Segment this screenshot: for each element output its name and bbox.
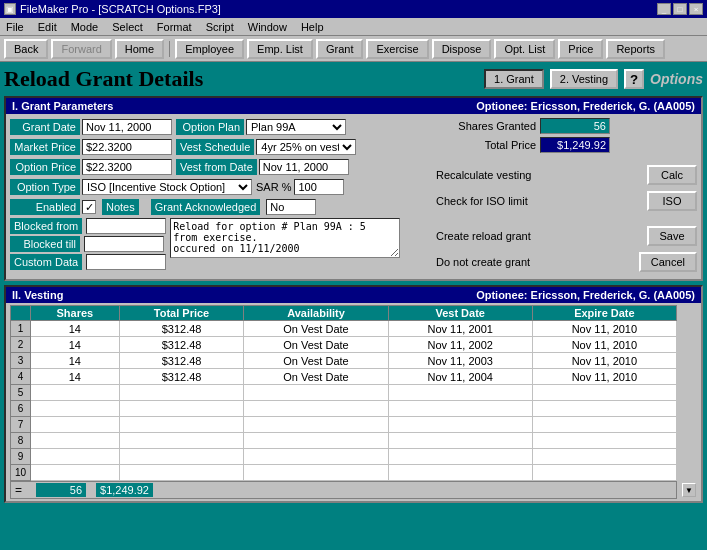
row-vest-date-5[interactable] <box>388 385 532 401</box>
row-num-5: 5 <box>11 385 31 401</box>
row-expire-date-1[interactable]: Nov 11, 2010 <box>532 321 676 337</box>
row-shares-10[interactable] <box>31 465 120 481</box>
option-plan-select[interactable]: Plan 99A <box>246 119 346 135</box>
enabled-label: Enabled <box>10 199 80 215</box>
row-availability-10[interactable] <box>244 465 388 481</box>
row-expire-date-4[interactable]: Nov 11, 2010 <box>532 369 676 385</box>
help-button[interactable]: ? <box>624 69 644 89</box>
row-expire-date-9[interactable] <box>532 449 676 465</box>
row-total-price-7[interactable] <box>119 417 244 433</box>
emp-list-button[interactable]: Emp. List <box>247 39 313 59</box>
row-total-price-4[interactable]: $312.48 <box>119 369 244 385</box>
menu-format[interactable]: Format <box>153 20 196 34</box>
row-total-price-10[interactable] <box>119 465 244 481</box>
price-button[interactable]: Price <box>558 39 603 59</box>
row-total-price-1[interactable]: $312.48 <box>119 321 244 337</box>
option-type-select[interactable]: ISO [Incentive Stock Option] <box>82 179 252 195</box>
menu-file[interactable]: File <box>2 20 28 34</box>
row-total-price-5[interactable] <box>119 385 244 401</box>
maximize-btn[interactable]: □ <box>673 3 687 15</box>
grant-button[interactable]: Grant <box>316 39 364 59</box>
row-total-price-6[interactable] <box>119 401 244 417</box>
row-shares-4[interactable]: 14 <box>31 369 120 385</box>
market-price-input[interactable] <box>82 139 172 155</box>
menu-script[interactable]: Script <box>202 20 238 34</box>
row-expire-date-7[interactable] <box>532 417 676 433</box>
notes-textarea[interactable]: Reload for option # Plan 99A : 5 from ex… <box>170 218 400 258</box>
forward-button[interactable]: Forward <box>51 39 111 59</box>
row-total-price-9[interactable] <box>119 449 244 465</box>
row-expire-date-8[interactable] <box>532 433 676 449</box>
total-price-row: Total Price $1,249.92 <box>436 137 697 153</box>
row-availability-7[interactable] <box>244 417 388 433</box>
row-availability-4[interactable]: On Vest Date <box>244 369 388 385</box>
blocked-from-input[interactable] <box>86 218 166 234</box>
enabled-checkbox[interactable]: ✓ <box>82 200 96 214</box>
home-button[interactable]: Home <box>115 39 164 59</box>
row-shares-3[interactable]: 14 <box>31 353 120 369</box>
sar-percent-input[interactable] <box>294 179 344 195</box>
calc-button[interactable]: Calc <box>647 165 697 185</box>
row-shares-6[interactable] <box>31 401 120 417</box>
opt-list-button[interactable]: Opt. List <box>494 39 555 59</box>
custom-data-input[interactable] <box>86 254 166 270</box>
dispose-button[interactable]: Dispose <box>432 39 492 59</box>
menu-edit[interactable]: Edit <box>34 20 61 34</box>
reports-button[interactable]: Reports <box>606 39 665 59</box>
row-shares-1[interactable]: 14 <box>31 321 120 337</box>
row-vest-date-3[interactable]: Nov 11, 2003 <box>388 353 532 369</box>
close-btn[interactable]: × <box>689 3 703 15</box>
row-expire-date-5[interactable] <box>532 385 676 401</box>
employee-button[interactable]: Employee <box>175 39 244 59</box>
row-total-price-8[interactable] <box>119 433 244 449</box>
grant-ack-input[interactable] <box>266 199 316 215</box>
row-availability-6[interactable] <box>244 401 388 417</box>
row-vest-date-8[interactable] <box>388 433 532 449</box>
row-availability-5[interactable] <box>244 385 388 401</box>
market-price-label: Market Price <box>10 139 80 155</box>
row-vest-date-9[interactable] <box>388 449 532 465</box>
iso-button[interactable]: ISO <box>647 191 697 211</box>
row-vest-date-2[interactable]: Nov 11, 2002 <box>388 337 532 353</box>
row-shares-5[interactable] <box>31 385 120 401</box>
row-availability-3[interactable]: On Vest Date <box>244 353 388 369</box>
scroll-down-arrow[interactable]: ▼ <box>682 483 696 497</box>
exercise-button[interactable]: Exercise <box>366 39 428 59</box>
row-expire-date-10[interactable] <box>532 465 676 481</box>
row-availability-9[interactable] <box>244 449 388 465</box>
row-availability-8[interactable] <box>244 433 388 449</box>
save-button[interactable]: Save <box>647 226 697 246</box>
row-vest-date-1[interactable]: Nov 11, 2001 <box>388 321 532 337</box>
row-shares-8[interactable] <box>31 433 120 449</box>
menu-help[interactable]: Help <box>297 20 328 34</box>
menu-window[interactable]: Window <box>244 20 291 34</box>
option-price-input[interactable] <box>82 159 172 175</box>
grant-date-input[interactable] <box>82 119 172 135</box>
minimize-btn[interactable]: _ <box>657 3 671 15</box>
back-button[interactable]: Back <box>4 39 48 59</box>
row-expire-date-6[interactable] <box>532 401 676 417</box>
row-shares-2[interactable]: 14 <box>31 337 120 353</box>
cancel-button[interactable]: Cancel <box>639 252 697 272</box>
row-shares-7[interactable] <box>31 417 120 433</box>
row-vest-date-6[interactable] <box>388 401 532 417</box>
tab-vesting[interactable]: 2. Vesting <box>550 69 618 89</box>
row-vest-date-10[interactable] <box>388 465 532 481</box>
blocked-till-input[interactable] <box>84 236 164 252</box>
menu-select[interactable]: Select <box>108 20 147 34</box>
row-expire-date-2[interactable]: Nov 11, 2010 <box>532 337 676 353</box>
row-shares-9[interactable] <box>31 449 120 465</box>
row-total-price-3[interactable]: $312.48 <box>119 353 244 369</box>
row-expire-date-3[interactable]: Nov 11, 2010 <box>532 353 676 369</box>
tab-grant[interactable]: 1. Grant <box>484 69 544 89</box>
vest-schedule-select[interactable]: 4yr 25% on vest <box>256 139 356 155</box>
notes-label: Notes <box>102 199 139 215</box>
row-vest-date-4[interactable]: Nov 11, 2004 <box>388 369 532 385</box>
row-vest-date-7[interactable] <box>388 417 532 433</box>
row-total-price-2[interactable]: $312.48 <box>119 337 244 353</box>
menu-mode[interactable]: Mode <box>67 20 103 34</box>
row-availability-1[interactable]: On Vest Date <box>244 321 388 337</box>
do-not-create-label: Do not create grant <box>436 256 530 268</box>
row-availability-2[interactable]: On Vest Date <box>244 337 388 353</box>
vest-from-date-input[interactable] <box>259 159 349 175</box>
